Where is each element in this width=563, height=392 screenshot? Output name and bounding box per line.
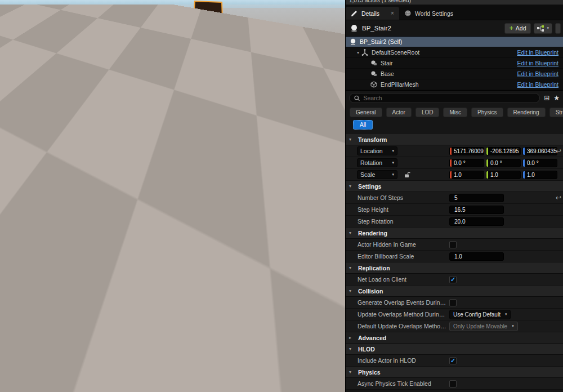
actor-icon — [350, 24, 358, 32]
category-title: Advanced — [358, 335, 386, 341]
filter-chip-all[interactable]: All — [353, 120, 373, 130]
async-physics-checkbox[interactable] — [449, 380, 457, 387]
caret-down-icon: ▾ — [349, 346, 355, 351]
blueprint-hierarchy-button[interactable]: ▾ — [534, 23, 552, 34]
component-row-scene-root[interactable]: ▾ DefaultSceneRoot Edit in Blueprint — [346, 47, 563, 58]
chevron-down-icon: ▾ — [505, 312, 507, 317]
filter-chip-lod[interactable]: LOD — [415, 108, 440, 117]
tab-world-settings[interactable]: World Settings — [399, 7, 458, 20]
component-label: Stair — [381, 60, 393, 66]
category-hlod[interactable]: ▾ HLOD — [346, 344, 563, 355]
chevron-down-icon: ▾ — [392, 149, 394, 153]
caret-down-icon: ▾ — [349, 230, 355, 235]
filter-chip-general[interactable]: General — [350, 108, 382, 117]
filter-chip-physics[interactable]: Physics — [471, 108, 503, 117]
tab-details[interactable]: Details × — [346, 7, 399, 20]
generate-overlap-checkbox[interactable] — [449, 299, 457, 306]
scene-root-icon — [361, 49, 368, 56]
reset-to-default-icon[interactable]: ↩ — [556, 147, 561, 155]
rotation-x-field[interactable]: 0.0 ° — [449, 159, 484, 167]
tab-details-label: Details — [361, 10, 379, 17]
filter-chip-misc[interactable]: Misc — [443, 108, 467, 117]
default-update-overlaps-dropdown: Only Update Movable ▾ — [449, 322, 518, 331]
location-x-field[interactable]: 5171.760095 — [449, 147, 484, 155]
settings-button-clipped[interactable] — [555, 23, 561, 34]
favorites-star-icon[interactable]: ★ — [553, 94, 560, 102]
category-title: Collision — [358, 288, 383, 295]
category-collision[interactable]: ▾ Collision — [346, 286, 563, 297]
rotation-y-field[interactable]: 0.0 ° — [486, 159, 521, 167]
category-physics[interactable]: ▾ Physics — [346, 367, 563, 378]
tab-close-icon[interactable]: × — [391, 10, 394, 16]
chevron-down-icon: ▾ — [512, 324, 514, 328]
row-generate-overlap-events: Generate Overlap Events During Level S..… — [346, 297, 563, 309]
edit-in-blueprint-link[interactable]: Edit in Blueprint — [517, 70, 558, 77]
filter-chip-actor[interactable]: Actor — [386, 108, 412, 117]
edit-in-blueprint-link[interactable]: Edit in Blueprint — [517, 49, 558, 56]
component-self-label: BP_Stair2 (Self) — [360, 38, 402, 45]
staircase-actor[interactable] — [0, 0, 345, 392]
level-viewport[interactable] — [0, 0, 345, 392]
category-advanced[interactable]: ▸ Advanced — [346, 332, 563, 344]
category-title: Physics — [358, 369, 381, 376]
row-actor-hidden-in-game: Actor Hidden In Game — [346, 239, 563, 251]
location-z-field[interactable]: 369.060435 — [522, 147, 557, 155]
actors-selected-status: 1,013 actors (1 selected) — [346, 0, 563, 5]
category-transform[interactable]: ▾ Transform — [346, 134, 563, 145]
chevron-down-icon: ▾ — [392, 172, 394, 177]
location-label: Location — [360, 148, 383, 154]
rotation-combo[interactable]: Rotation ▾ — [357, 158, 397, 167]
step-3[interactable] — [32, 189, 151, 224]
add-button-label: Add — [516, 25, 526, 32]
category-rendering[interactable]: ▾ Rendering — [346, 228, 563, 239]
component-row-self[interactable]: BP_Stair2 (Self) — [346, 37, 563, 47]
details-icon — [351, 10, 358, 17]
location-y-field[interactable]: -206.12895 — [486, 147, 521, 155]
category-title: Settings — [358, 183, 381, 190]
search-input[interactable] — [363, 95, 535, 101]
caret-down-icon: ▾ — [349, 265, 355, 270]
component-tree: BP_Stair2 (Self) ▾ DefaultSceneRoot Edit… — [346, 36, 563, 91]
category-title: HLOD — [358, 346, 375, 353]
hierarchy-icon — [537, 25, 544, 32]
scale-y-field[interactable]: 1.0 — [486, 171, 521, 179]
rotation-label: Rotation — [360, 159, 382, 166]
step-2[interactable] — [17, 160, 153, 181]
scale-x-field[interactable]: 1.0 — [449, 171, 484, 179]
component-row-stair[interactable]: Stair Edit in Blueprint — [346, 58, 563, 69]
scale-combo[interactable]: Scale ▾ — [357, 170, 397, 179]
actor-hidden-checkbox[interactable] — [449, 241, 457, 248]
row-rotation: Rotation ▾ 0.0 ° 0.0 ° 0.0 ° — [346, 157, 563, 169]
update-overlaps-dropdown[interactable]: Use Config Default ▾ — [449, 310, 511, 319]
rotation-z-field[interactable]: 0.0 ° — [522, 159, 557, 167]
component-row-base[interactable]: Base Edit in Blueprint — [346, 69, 563, 79]
scale-lock-open-icon[interactable] — [404, 171, 410, 178]
display-options-icon[interactable]: ⊞ — [544, 94, 549, 102]
edit-in-blueprint-link[interactable]: Edit in Blueprint — [517, 81, 558, 88]
category-settings[interactable]: ▾ Settings — [346, 181, 563, 192]
add-component-button[interactable]: + Add — [504, 23, 531, 34]
caret-down-icon: ▾ — [349, 137, 355, 142]
filter-chip-streaming[interactable]: Streaming — [549, 108, 563, 117]
expander-arrow-icon[interactable]: ▾ — [355, 50, 361, 55]
world-settings-icon — [404, 10, 412, 17]
component-row-endpillarmesh[interactable]: EndPillarMesh Edit in Blueprint — [346, 79, 563, 90]
edit-in-blueprint-link[interactable]: Edit in Blueprint — [517, 60, 558, 66]
reset-to-default-icon[interactable]: ↩ — [556, 194, 561, 202]
gizmo-center — [160, 229, 166, 235]
number-of-steps-field[interactable]: 5 — [449, 194, 504, 202]
scale-z-field[interactable]: 1.0 — [522, 171, 557, 179]
include-hlod-checkbox[interactable]: ✓ — [449, 357, 457, 364]
step-rotation-field[interactable]: 20.0 — [449, 217, 504, 226]
location-combo[interactable]: Location ▾ — [357, 146, 397, 155]
filter-chip-rendering[interactable]: Rendering — [507, 108, 546, 117]
category-replication[interactable]: ▾ Replication — [346, 262, 563, 274]
details-panel: 1,013 actors (1 selected) Details × Worl… — [345, 0, 563, 392]
net-load-checkbox[interactable]: ✓ — [449, 276, 457, 283]
caret-down-icon: ▾ — [349, 369, 355, 375]
step-height-field[interactable]: 16.5 — [449, 206, 504, 214]
component-label: DefaultSceneRoot — [372, 49, 419, 56]
chevron-down-icon: ▾ — [392, 161, 394, 165]
search-box[interactable] — [349, 93, 540, 103]
billboard-scale-field[interactable]: 1.0 — [449, 252, 504, 261]
